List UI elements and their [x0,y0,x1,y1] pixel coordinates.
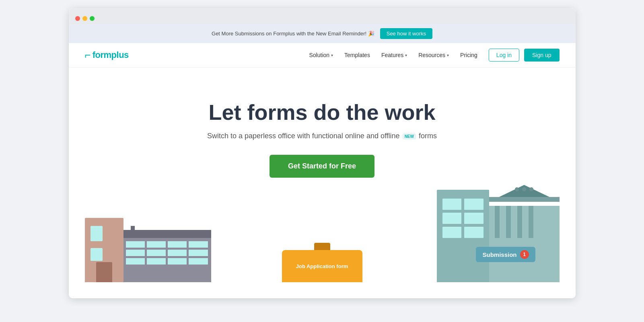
submission-count: 1 [520,250,529,259]
logo-text: formplus [93,50,129,60]
signup-button[interactable]: Sign up [524,49,559,62]
navbar: ⌐ formplus Solution ▾ Templates Features… [69,43,576,68]
minimize-dot[interactable] [82,16,87,21]
submission-label: Submission [482,251,516,258]
announcement-text: Get More Submissions on Formplus with th… [212,31,374,37]
nav-item-features-label: Features [381,52,403,58]
nav-item-resources-label: Resources [418,52,445,58]
cta-button[interactable]: Get Started for Free [270,155,374,178]
chevron-down-icon-resources: ▾ [447,53,449,57]
nav-item-templates[interactable]: Templates [344,52,370,58]
form-card: Job Application form [282,250,362,282]
submission-badge: Submission 1 [476,247,535,262]
hero-subtitle: Switch to a paperless office with functi… [85,132,560,140]
nav-item-resources[interactable]: Resources ▾ [418,52,449,58]
browser-chrome [69,8,576,24]
logo-bracket-left: ⌐ [85,50,91,60]
left-building-2 [123,226,211,282]
nav-item-pricing[interactable]: Pricing [460,52,477,58]
illustration-area: Job Application form [85,194,560,282]
right-building-1 [437,190,489,282]
chevron-down-icon: ▾ [331,53,333,57]
left-building-1 [85,218,123,282]
center-form: Job Application form [282,243,362,282]
right-building-2 [489,202,560,282]
hero-subtitle-part1: Switch to a paperless office with functi… [207,132,400,140]
left-buildings [85,218,211,282]
login-button[interactable]: Log in [489,49,519,62]
hero-subtitle-part2: forms [419,132,437,140]
nav-item-pricing-label: Pricing [460,52,477,58]
nav-auth: Log in Sign up [489,49,560,62]
form-card-label: Job Application form [296,263,348,269]
hero-section: Let forms do the work Switch to a paperl… [69,68,576,298]
hero-title: Let forms do the work [85,100,560,125]
nav-item-solution-label: Solution [309,52,329,58]
see-how-button[interactable]: See how it works [380,28,432,39]
nav-item-features[interactable]: Features ▾ [381,52,407,58]
maximize-dot[interactable] [90,16,95,21]
nav-item-templates-label: Templates [344,52,370,58]
nav-item-solution[interactable]: Solution ▾ [309,52,333,58]
close-dot[interactable] [75,16,80,21]
chevron-down-icon-features: ▾ [405,53,407,57]
logo[interactable]: ⌐ formplus [85,50,129,60]
new-badge: NEW [403,133,416,139]
right-buildings: Submission 1 [437,190,560,282]
announcement-bar: Get More Submissions on Formplus with th… [69,24,576,43]
nav-links: Solution ▾ Templates Features ▾ Resource… [309,49,559,62]
